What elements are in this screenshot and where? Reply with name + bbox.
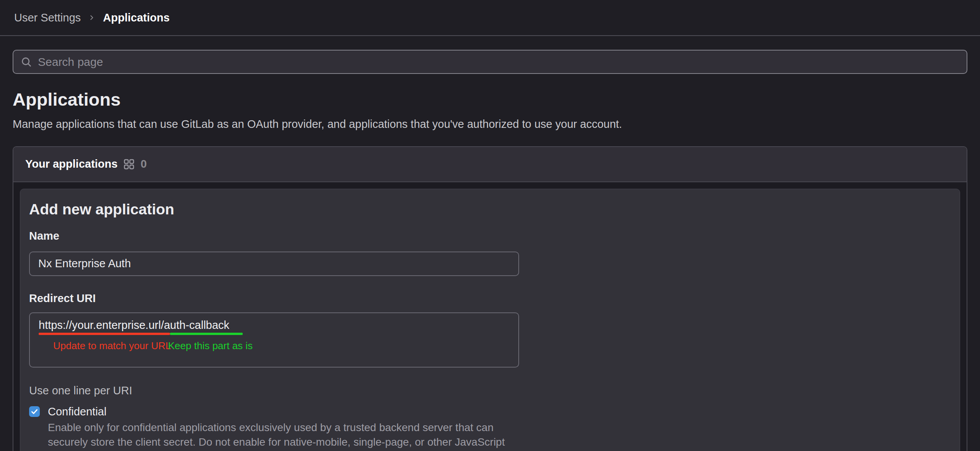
your-applications-panel: Your applications 0 Add new application …	[13, 146, 967, 451]
applications-grid-icon	[124, 159, 134, 170]
confidential-label[interactable]: Confidential	[48, 405, 106, 418]
breadcrumb: User Settings Applications	[14, 11, 170, 24]
redirect-uri-label: Redirect URI	[29, 292, 951, 305]
green-annotation-label: Keep this part as is	[168, 340, 253, 352]
breadcrumb-applications[interactable]: Applications	[103, 11, 170, 24]
page-title: Applications	[13, 89, 967, 110]
confidential-row: Confidential	[29, 405, 951, 418]
application-name-input[interactable]	[29, 252, 519, 276]
applications-count-badge: 0	[140, 158, 147, 170]
page-description: Manage applications that can use GitLab …	[13, 118, 967, 131]
red-annotation-underline	[39, 333, 170, 335]
your-applications-header: Your applications 0	[13, 147, 967, 182]
redirect-uri-value: https://your.enterprise.url/auth-callbac…	[39, 319, 229, 332]
green-annotation-underline	[170, 333, 243, 335]
redirect-uri-textarea[interactable]: https://your.enterprise.url/auth-callbac…	[29, 312, 519, 368]
your-applications-title: Your applications	[25, 158, 118, 170]
your-applications-body: Add new application Name Redirect URI ht…	[13, 182, 967, 451]
search-icon	[21, 56, 32, 68]
name-label: Name	[29, 230, 951, 242]
confidential-checkbox[interactable]	[29, 406, 40, 417]
red-annotation-label: Update to match your URL	[53, 340, 171, 352]
top-bar: User Settings Applications	[0, 0, 980, 36]
breadcrumb-user-settings[interactable]: User Settings	[14, 11, 81, 24]
main-content: Applications Manage applications that ca…	[0, 36, 980, 451]
page-search-box[interactable]	[13, 50, 967, 74]
chevron-right-icon	[88, 14, 95, 21]
add-application-title: Add new application	[29, 201, 951, 218]
uri-help-text: Use one line per URI	[29, 384, 951, 397]
search-input[interactable]	[38, 56, 959, 69]
add-application-card: Add new application Name Redirect URI ht…	[20, 189, 960, 451]
confidential-help-text: Enable only for confidential application…	[48, 420, 523, 451]
